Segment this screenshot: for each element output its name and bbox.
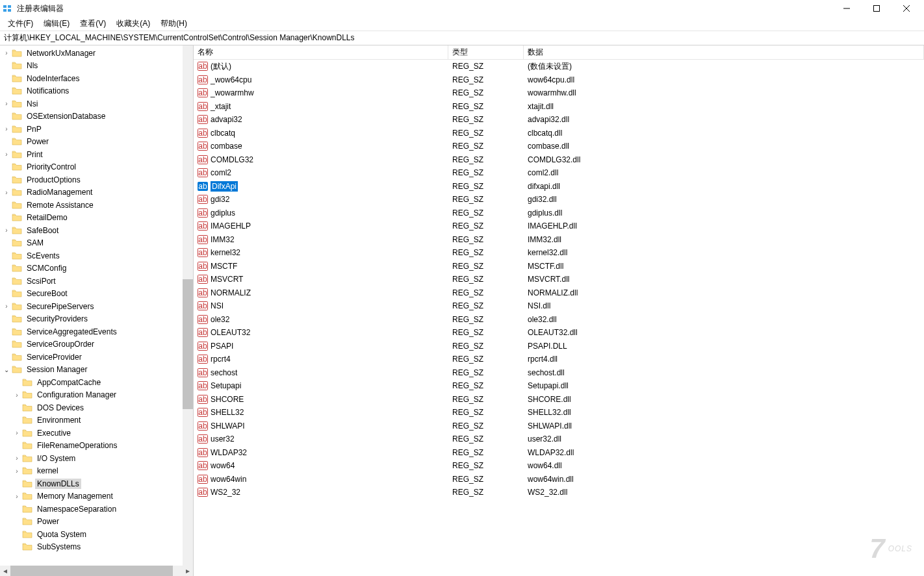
menu-item[interactable]: 查看(V)	[75, 17, 111, 31]
tree-item[interactable]: ›SecurePipeServers	[1, 300, 193, 313]
tree-item[interactable]: SubSystems	[1, 541, 193, 554]
value-row[interactable]: abwow64REG_SZwow64.dll	[194, 459, 924, 473]
chevron-right-icon[interactable]: ›	[3, 125, 10, 132]
tree-item[interactable]: PriorityControl	[1, 161, 193, 174]
tree-item[interactable]: ⌄Session Manager	[1, 364, 193, 377]
tree-item[interactable]: SAM	[1, 237, 193, 250]
tree-item[interactable]: AppCompatCache	[1, 376, 193, 389]
value-row[interactable]: abadvapi32REG_SZadvapi32.dll	[194, 113, 924, 127]
tree-item[interactable]: SecureBoot	[1, 288, 193, 301]
value-row[interactable]: ab_wow64cpuREG_SZwow64cpu.dll	[194, 73, 924, 87]
tree-vscrollbar[interactable]	[183, 45, 193, 576]
tree-item[interactable]: ScEvents	[1, 249, 193, 262]
tree-item[interactable]: ›I/O System	[1, 452, 193, 465]
tree-item[interactable]: Environment	[1, 414, 193, 427]
value-row[interactable]: abWLDAP32REG_SZWLDAP32.dll	[194, 446, 924, 460]
tree-item[interactable]: Power	[1, 516, 193, 529]
value-row[interactable]: ab(默认)REG_SZ(数值未设置)	[194, 60, 924, 73]
value-row[interactable]: abNSIREG_SZNSI.dll	[194, 299, 924, 313]
tree-item[interactable]: ServiceAggregatedEvents	[1, 325, 193, 338]
scroll-right-icon[interactable]: ▸	[183, 566, 193, 576]
tree-item[interactable]: SCMConfig	[1, 262, 193, 275]
value-row[interactable]: abOLEAUT32REG_SZOLEAUT32.dll	[194, 326, 924, 340]
value-row[interactable]: abSetupapiREG_SZSetupapi.dll	[194, 379, 924, 393]
chevron-right-icon[interactable]: ›	[13, 468, 21, 475]
value-row[interactable]: abkernel32REG_SZkernel32.dll	[194, 246, 924, 260]
value-row[interactable]: abMSCTFREG_SZMSCTF.dll	[194, 260, 924, 273]
tree-item[interactable]: SecurityProviders	[1, 313, 193, 326]
chevron-right-icon[interactable]: ›	[3, 303, 10, 310]
tree-item[interactable]: ›Print	[1, 148, 193, 161]
value-row[interactable]: abcombaseREG_SZcombase.dll	[194, 140, 924, 153]
tree-item[interactable]: ›Memory Management	[1, 490, 193, 503]
value-row[interactable]: abDifxApiREG_SZdifxapi.dll	[194, 180, 924, 194]
value-row[interactable]: ab_xtajitREG_SZxtajit.dll	[194, 100, 924, 114]
menu-item[interactable]: 编辑(E)	[38, 17, 75, 31]
tree-hscrollbar[interactable]: ◂ ▸	[0, 566, 193, 576]
tree-item[interactable]: DOS Devices	[1, 401, 193, 414]
chevron-right-icon[interactable]: ›	[3, 189, 10, 196]
menu-item[interactable]: 收藏夹(A)	[111, 17, 155, 31]
value-row[interactable]: abMSVCRTREG_SZMSVCRT.dll	[194, 273, 924, 286]
chevron-down-icon[interactable]: ⌄	[3, 366, 10, 373]
tree-item[interactable]: ›Configuration Manager	[1, 389, 193, 402]
tree-item[interactable]: Nls	[1, 60, 193, 73]
menu-item[interactable]: 文件(F)	[3, 17, 38, 31]
value-row[interactable]: abrpcrt4REG_SZrpcrt4.dll	[194, 353, 924, 366]
value-row[interactable]: abSHELL32REG_SZSHELL32.dll	[194, 406, 924, 419]
tree-item[interactable]: ›Nsi	[1, 97, 193, 110]
value-row[interactable]: abIMAGEHLPREG_SZIMAGEHLP.dll	[194, 219, 924, 233]
minimize-button[interactable]	[832, 0, 862, 17]
tree-item[interactable]: Remote Assistance	[1, 199, 193, 212]
value-row[interactable]: absechostREG_SZsechost.dll	[194, 366, 924, 380]
values-header[interactable]: 名称 类型 数据	[194, 45, 924, 60]
tree-item[interactable]: ›PnP	[1, 123, 193, 136]
address-input[interactable]	[4, 34, 920, 43]
value-row[interactable]: ab_wowarmhwREG_SZwowarmhw.dll	[194, 86, 924, 100]
value-row[interactable]: abNORMALIZREG_SZNORMALIZ.dll	[194, 286, 924, 300]
tree-item[interactable]: ›Executive	[1, 427, 193, 440]
tree-item[interactable]: Power	[1, 136, 193, 149]
column-type[interactable]: 类型	[448, 45, 524, 59]
values-list[interactable]: ab(默认)REG_SZ(数值未设置)ab_wow64cpuREG_SZwow6…	[194, 60, 924, 576]
value-row[interactable]: abcoml2REG_SZcoml2.dll	[194, 166, 924, 180]
tree-item[interactable]: NamespaceSeparation	[1, 503, 193, 516]
tree-item[interactable]: Quota System	[1, 528, 193, 541]
tree-item[interactable]: ›kernel	[1, 465, 193, 478]
maximize-button[interactable]	[862, 0, 892, 17]
column-data[interactable]: 数据	[524, 45, 924, 59]
value-row[interactable]: abole32REG_SZole32.dll	[194, 313, 924, 327]
menu-item[interactable]: 帮助(H)	[155, 17, 192, 31]
tree-item[interactable]: FileRenameOperations	[1, 440, 193, 453]
scroll-left-icon[interactable]: ◂	[0, 566, 10, 576]
chevron-right-icon[interactable]: ›	[13, 392, 21, 399]
column-name[interactable]: 名称	[194, 45, 448, 59]
tree-item[interactable]: ScsiPort	[1, 275, 193, 288]
value-row[interactable]: abSHCOREREG_SZSHCORE.dll	[194, 393, 924, 407]
value-row[interactable]: abgdiplusREG_SZgdiplus.dll	[194, 207, 924, 220]
value-row[interactable]: abSHLWAPIREG_SZSHLWAPI.dll	[194, 419, 924, 433]
tree-item[interactable]: ›NetworkUxManager	[1, 47, 193, 60]
value-row[interactable]: abgdi32REG_SZgdi32.dll	[194, 193, 924, 207]
tree-item[interactable]: ›SafeBoot	[1, 224, 193, 237]
chevron-right-icon[interactable]: ›	[3, 100, 10, 107]
value-row[interactable]: abIMM32REG_SZIMM32.dll	[194, 233, 924, 247]
tree-item[interactable]: ServiceGroupOrder	[1, 338, 193, 351]
value-row[interactable]: abCOMDLG32REG_SZCOMDLG32.dll	[194, 153, 924, 167]
tree-item[interactable]: RetailDemo	[1, 212, 193, 225]
chevron-right-icon[interactable]: ›	[13, 493, 21, 500]
tree-item[interactable]: Notifications	[1, 85, 193, 98]
registry-tree[interactable]: ›NetworkUxManagerNlsNodeInterfacesNotifi…	[0, 45, 193, 555]
chevron-right-icon[interactable]: ›	[13, 455, 21, 462]
tree-item[interactable]: ›RadioManagement	[1, 186, 193, 199]
chevron-right-icon[interactable]: ›	[3, 49, 10, 56]
tree-item[interactable]: KnownDLLs	[1, 477, 193, 490]
chevron-right-icon[interactable]: ›	[13, 429, 21, 436]
close-button[interactable]	[892, 0, 921, 17]
value-row[interactable]: abwow64winREG_SZwow64win.dll	[194, 473, 924, 486]
tree-item[interactable]: ServiceProvider	[1, 351, 193, 364]
tree-item[interactable]: OSExtensionDatabase	[1, 110, 193, 123]
chevron-right-icon[interactable]: ›	[3, 151, 10, 158]
tree-item[interactable]: NodeInterfaces	[1, 72, 193, 85]
tree-item[interactable]: ProductOptions	[1, 173, 193, 186]
